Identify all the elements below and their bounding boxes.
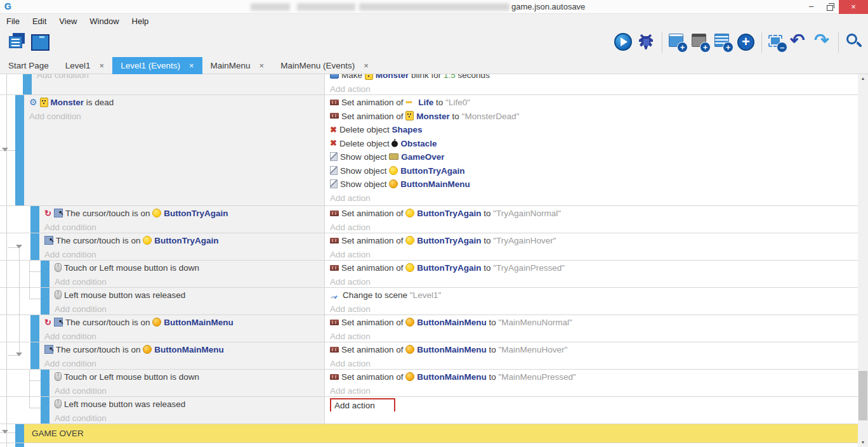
condition-cell[interactable]: The cursor/touch is on ButtonMainMenuAdd…: [39, 342, 325, 369]
delete-icon[interactable]: [766, 31, 789, 54]
restore-button[interactable]: [820, 0, 839, 14]
search-icon[interactable]: [843, 31, 865, 54]
event-indent-bar[interactable]: [15, 424, 24, 443]
action-line[interactable]: Set animation of ButtonTryAgain to "TryA…: [325, 261, 858, 275]
collapse-arrow-icon[interactable]: [16, 353, 22, 356]
action-line[interactable]: Set animation of ButtonMainMenu to "Main…: [325, 316, 858, 330]
menu-item-edit[interactable]: Edit: [26, 16, 53, 26]
action-cell[interactable]: Set animation of Life to "Life0"Set anim…: [325, 95, 858, 205]
add-subevent-icon[interactable]: [689, 31, 712, 54]
condition-line[interactable]: Monster is dead: [24, 96, 324, 110]
condition-cell[interactable]: Left mouse button was releasedAdd condit…: [49, 288, 325, 314]
action-line[interactable]: Delete object Obstacle: [325, 137, 858, 151]
add-action[interactable]: Add action: [325, 221, 858, 233]
condition-line[interactable]: Touch or Left mouse button is down: [49, 370, 324, 384]
add-action[interactable]: Add action: [325, 357, 858, 370]
event-indent-bar[interactable]: [30, 233, 39, 260]
event-indent-bar[interactable]: [30, 342, 39, 369]
tab-start-page[interactable]: Start Page: [0, 57, 57, 74]
action-line[interactable]: Change to scene "Level1": [325, 288, 858, 302]
collapse-arrow-icon[interactable]: [2, 430, 8, 434]
add-condition[interactable]: Add condition: [49, 411, 324, 424]
action-line[interactable]: Set animation of ButtonTryAgain to "TryA…: [325, 234, 858, 248]
action-cell[interactable]: Set animation of ButtonMainMenu to "Main…: [325, 342, 858, 369]
tab-level1-events[interactable]: Level1 (Events)×: [112, 57, 202, 74]
tab-close-icon[interactable]: ×: [100, 61, 105, 70]
event-indent-bar[interactable]: [30, 206, 39, 233]
action-cell[interactable]: Change to scene "Level1"Add action: [325, 288, 858, 314]
event-indent-bar[interactable]: [15, 95, 24, 205]
action-cell[interactable]: Make Monster blink for 1.5 secondsAdd ac…: [325, 74, 858, 94]
tab-close-icon[interactable]: ×: [260, 61, 265, 70]
condition-line[interactable]: The cursor/touch is on ButtonMainMenu: [39, 343, 324, 357]
condition-cell[interactable]: Monster is deadAdd condition: [24, 95, 325, 205]
add-action[interactable]: Add action: [325, 248, 858, 261]
event-indent-bar[interactable]: [30, 315, 39, 342]
condition-line[interactable]: Left mouse button was released: [49, 288, 324, 302]
scrollbar-thumb[interactable]: [858, 371, 867, 420]
add-condition[interactable]: Add condition: [39, 221, 324, 233]
add-action[interactable]: Add action: [325, 330, 858, 342]
add-condition[interactable]: Add condition: [39, 357, 324, 370]
tab-mainmenu[interactable]: MainMenu×: [202, 57, 273, 74]
redo-icon[interactable]: [812, 31, 834, 54]
condition-cell[interactable]: Touch or Left mouse button is downAdd co…: [49, 370, 325, 396]
comment-cell[interactable]: GAME OVER: [24, 424, 858, 443]
condition-cell[interactable]: Left mouse button was releasedAdd condit…: [49, 397, 325, 424]
action-cell[interactable]: Set animation of ButtonMainMenu to "Main…: [325, 315, 858, 342]
action-line[interactable]: Add action: [325, 398, 858, 411]
play-icon[interactable]: [612, 31, 635, 54]
event-indent-bar[interactable]: [41, 288, 49, 314]
add-condition[interactable]: Add condition: [49, 275, 324, 288]
condition-line[interactable]: The cursor/touch is on ButtonTryAgain: [39, 234, 324, 248]
condition-line[interactable]: Touch or Left mouse button is down: [49, 261, 324, 275]
menu-item-view[interactable]: View: [53, 16, 83, 26]
undo-icon[interactable]: [789, 31, 812, 54]
vertical-scrollbar[interactable]: ▲ ▼: [858, 74, 868, 447]
add-condition[interactable]: Add condition: [49, 302, 324, 315]
add-event-icon[interactable]: [666, 31, 689, 54]
action-line[interactable]: Make Monster blink for 1.5 seconds: [325, 74, 858, 82]
action-line[interactable]: Set animation of ButtonMainMenu to "Main…: [325, 343, 858, 357]
scroll-down-icon[interactable]: ▼: [858, 438, 868, 447]
action-cell[interactable]: Set animation of ButtonMainMenu to "Main…: [325, 370, 858, 396]
menu-item-window[interactable]: Window: [83, 16, 125, 26]
add-plus-icon[interactable]: [735, 31, 758, 54]
add-condition[interactable]: Add condition: [39, 330, 324, 342]
action-cell[interactable]: Add action: [325, 397, 858, 424]
add-condition[interactable]: Add condition: [32, 74, 324, 82]
condition-cell[interactable]: Add condition: [32, 74, 325, 94]
condition-cell[interactable]: Touch or Left mouse button is downAdd co…: [49, 261, 325, 287]
action-line[interactable]: Set animation of ButtonMainMenu to "Main…: [325, 370, 858, 384]
project-manager-icon[interactable]: [5, 31, 28, 54]
condition-cell[interactable]: The cursor/touch is on ButtonTryAgainAdd…: [39, 206, 325, 233]
add-action[interactable]: Add action: [325, 191, 858, 205]
action-line[interactable]: Show object ButtonMainMenu: [325, 178, 858, 191]
add-action[interactable]: Add action: [325, 275, 858, 288]
tab-level1[interactable]: Level1×: [57, 57, 112, 74]
action-cell[interactable]: Set animation of ButtonTryAgain to "TryA…: [325, 206, 858, 233]
minimize-button[interactable]: –: [802, 0, 820, 14]
condition-line[interactable]: The cursor/touch is on ButtonMainMenu: [39, 316, 324, 330]
add-condition[interactable]: Add condition: [39, 248, 324, 261]
action-line[interactable]: Set animation of ButtonTryAgain to "TryA…: [325, 207, 858, 221]
add-action[interactable]: Add action: [325, 82, 858, 95]
collapse-arrow-icon[interactable]: [2, 148, 8, 152]
add-action[interactable]: Add action: [325, 302, 858, 315]
condition-line[interactable]: Left mouse button was released: [49, 398, 324, 411]
action-line[interactable]: Delete object Shapes: [325, 123, 858, 137]
condition-cell[interactable]: The cursor/touch is on ButtonMainMenuAdd…: [39, 315, 325, 342]
condition-line[interactable]: The cursor/touch is on ButtonTryAgain: [39, 207, 324, 221]
event-indent-bar[interactable]: [41, 370, 49, 396]
event-indent-bar[interactable]: [15, 443, 24, 447]
scene-editor-icon[interactable]: [28, 31, 51, 54]
tab-close-icon[interactable]: ×: [189, 61, 194, 70]
action-cell[interactable]: Set animation of ButtonTryAgain to "TryA…: [325, 261, 858, 287]
add-condition[interactable]: Add condition: [24, 110, 324, 124]
debug-icon[interactable]: [635, 31, 658, 54]
tab-close-icon[interactable]: ×: [364, 61, 369, 70]
action-line[interactable]: Show object GameOver: [325, 150, 858, 164]
action-line[interactable]: Set animation of Monster to "MonsterDead…: [325, 110, 858, 124]
condition-cell[interactable]: The cursor/touch is on ButtonTryAgainAdd…: [39, 233, 325, 260]
event-indent-bar[interactable]: [41, 261, 49, 287]
